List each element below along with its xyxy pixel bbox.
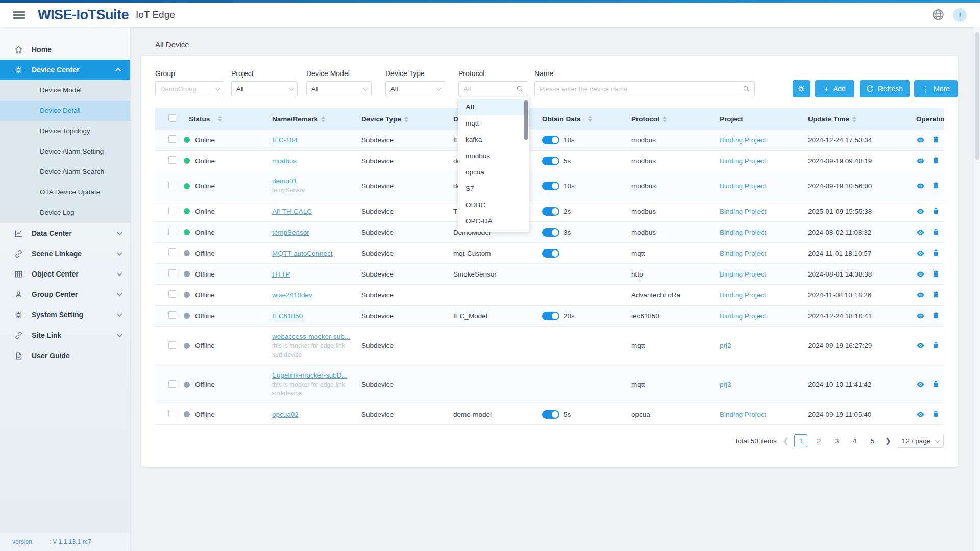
delete-icon[interactable]	[932, 157, 940, 165]
sort-icon[interactable]	[404, 116, 408, 122]
project-link[interactable]: Binding Project	[720, 157, 766, 165]
row-checkbox[interactable]	[168, 135, 176, 143]
delete-icon[interactable]	[932, 249, 940, 258]
project-link[interactable]: Binding Project	[720, 312, 766, 320]
device-name-link[interactable]: wise2410dev	[272, 291, 312, 299]
device-name-link[interactable]: Ali-TH-CALC	[272, 208, 312, 215]
project-link[interactable]: Binding Project	[720, 249, 766, 257]
delete-icon[interactable]	[932, 182, 940, 190]
refresh-button[interactable]: Refresh	[860, 80, 910, 97]
delete-icon[interactable]	[932, 312, 940, 320]
view-icon[interactable]	[916, 157, 925, 165]
sidebar-item-object-center[interactable]: Object Center	[0, 264, 130, 284]
device-name-link[interactable]: modbus	[272, 157, 297, 165]
row-checkbox[interactable]	[168, 156, 176, 164]
col-header-protocol[interactable]: Protocol	[629, 115, 718, 123]
col-header-status[interactable]: Status	[181, 115, 270, 123]
page-number-1[interactable]: 1	[794, 434, 807, 447]
sidebar-item-data-center[interactable]: Data Center	[0, 223, 130, 243]
obtain-data-toggle-on[interactable]	[542, 136, 559, 144]
protocol-option-odbc[interactable]: ODBC	[458, 197, 529, 213]
sort-icon[interactable]	[663, 116, 667, 122]
page-scrollbar[interactable]	[974, 27, 980, 551]
device-name-link[interactable]: IEC61850	[272, 312, 303, 320]
protocol-option-opc-da[interactable]: OPC-DA	[458, 213, 529, 230]
sidebar-item-site-link[interactable]: Site Link	[0, 325, 130, 345]
sidebar-item-scene-linkage[interactable]: Scene Linkage	[0, 243, 130, 264]
device-name-link[interactable]: Edgelink-mocker-subD...	[272, 371, 348, 379]
obtain-data-toggle-on[interactable]	[542, 249, 559, 258]
dropdown-scrollbar[interactable]	[524, 100, 528, 140]
device-name-link[interactable]: demo01	[272, 177, 297, 185]
filter-group-control[interactable]: DemoGroup	[155, 81, 224, 96]
sidebar-item-user-guide[interactable]: wUser Guide	[0, 345, 130, 366]
device-name-link[interactable]: webaccess-mocker-sub...	[272, 333, 350, 340]
protocol-option-mqtt[interactable]: mqtt	[458, 115, 529, 132]
delete-icon[interactable]	[932, 270, 940, 279]
column-settings-button[interactable]	[793, 80, 810, 97]
device-name-link[interactable]: HTTP	[272, 270, 290, 278]
obtain-data-toggle-on[interactable]	[542, 312, 559, 320]
device-name-link[interactable]: IEC-104	[272, 136, 298, 144]
sidebar-item-home[interactable]: Home	[0, 39, 130, 60]
sort-icon[interactable]	[588, 116, 592, 122]
sidebar-subitem-ota-device-update[interactable]: OTA Device Update	[0, 182, 130, 203]
obtain-data-toggle-on[interactable]	[542, 228, 559, 237]
col-header-update-time[interactable]: Update Time	[806, 115, 914, 123]
sidebar-item-group-center[interactable]: Group Center	[0, 284, 130, 305]
protocol-option-opcua[interactable]: opcua	[458, 164, 529, 181]
obtain-data-toggle-on[interactable]	[542, 207, 559, 216]
row-checkbox[interactable]	[168, 228, 176, 235]
project-link[interactable]: Binding Project	[720, 270, 766, 278]
filter-project-control[interactable]: All	[231, 81, 298, 96]
project-link[interactable]: prj2	[720, 381, 731, 388]
sidebar-subitem-device-model[interactable]: Device Model	[0, 80, 130, 101]
add-button[interactable]: + Add	[815, 80, 854, 97]
sidebar-item-system-setting[interactable]: System Setting	[0, 305, 130, 325]
delete-icon[interactable]	[932, 341, 940, 350]
project-link[interactable]: Binding Project	[720, 208, 766, 215]
view-icon[interactable]	[916, 341, 925, 350]
view-icon[interactable]	[916, 182, 925, 190]
protocol-option-modbus[interactable]: modbus	[458, 148, 529, 164]
view-icon[interactable]	[916, 249, 925, 258]
row-checkbox[interactable]	[168, 248, 176, 256]
col-header-device-type[interactable]: Device Type	[359, 115, 451, 123]
col-header-name-remark[interactable]: Name/Remark	[270, 115, 359, 123]
sidebar-subitem-device-topology[interactable]: Device Topology	[0, 121, 130, 141]
page-number-5[interactable]: 5	[866, 434, 879, 447]
row-checkbox[interactable]	[168, 341, 176, 349]
protocol-option-s7[interactable]: S7	[458, 181, 529, 197]
sort-icon[interactable]	[321, 116, 325, 122]
page-number-4[interactable]: 4	[848, 434, 861, 447]
more-button[interactable]: ⋮ More	[914, 80, 958, 97]
project-link[interactable]: Binding Project	[720, 291, 766, 299]
protocol-option-kafka[interactable]: kafka	[458, 132, 529, 148]
view-icon[interactable]	[916, 207, 925, 216]
delete-icon[interactable]	[932, 136, 940, 144]
view-icon[interactable]	[916, 380, 925, 389]
sort-icon[interactable]	[218, 116, 222, 122]
row-checkbox[interactable]	[168, 290, 176, 298]
row-checkbox[interactable]	[168, 410, 176, 417]
obtain-data-toggle-on[interactable]	[542, 182, 559, 190]
row-checkbox[interactable]	[168, 380, 176, 388]
sidebar-subitem-device-alarm-setting[interactable]: Device Alarm Setting	[0, 141, 130, 162]
obtain-data-toggle-on[interactable]	[542, 410, 559, 419]
select-all-checkbox[interactable]	[168, 114, 176, 122]
sort-icon[interactable]	[852, 116, 856, 122]
view-icon[interactable]	[916, 312, 925, 320]
row-checkbox[interactable]	[168, 182, 176, 189]
protocol-option-all[interactable]: All	[458, 99, 529, 115]
globe-icon[interactable]	[932, 8, 945, 21]
project-link[interactable]: Binding Project	[720, 136, 766, 144]
row-checkbox[interactable]	[168, 311, 176, 319]
delete-icon[interactable]	[932, 410, 940, 419]
next-page-icon[interactable]: ❯	[884, 436, 892, 445]
delete-icon[interactable]	[932, 228, 940, 237]
page-number-3[interactable]: 3	[830, 434, 843, 447]
filter-device-type-control[interactable]: All	[385, 81, 445, 96]
filter-name-control[interactable]: Please enter the device name	[534, 81, 755, 96]
view-icon[interactable]	[916, 136, 925, 144]
hamburger-menu-icon[interactable]	[13, 11, 24, 19]
